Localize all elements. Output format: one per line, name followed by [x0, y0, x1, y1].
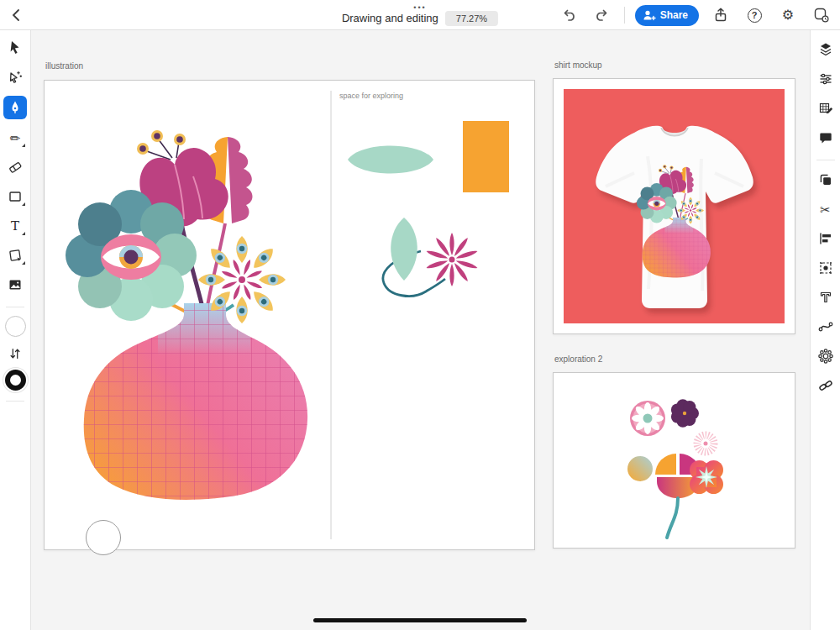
pencil-tool[interactable]: ✏ — [3, 127, 27, 149]
gear-icon: ⚙ — [782, 8, 794, 22]
layers-panel-button[interactable] — [814, 39, 837, 60]
gradient-circle-shape[interactable] — [627, 456, 653, 481]
share-button-label: Share — [660, 9, 688, 21]
cut-button[interactable]: ✂ — [814, 198, 837, 220]
invite-person-icon — [642, 8, 656, 22]
text-tool-icon: T — [11, 218, 19, 234]
place-image-tool[interactable] — [3, 274, 27, 296]
home-indicator[interactable] — [313, 618, 527, 622]
duplicate-button[interactable] — [814, 169, 837, 191]
mint-leaf-shape[interactable] — [391, 218, 417, 281]
select-object-icon — [817, 260, 834, 276]
touch-shortcut-icon — [812, 6, 831, 24]
document-canvas[interactable]: illustration space for exploring — [31, 30, 810, 630]
artboard-label-shirt-mockup[interactable]: shirt mockup — [554, 60, 602, 70]
curve-icon — [817, 318, 834, 335]
artboard-tool[interactable] — [3, 244, 27, 266]
purple-flower-shape[interactable] — [671, 399, 699, 428]
top-bar: ••• Drawing and editing 77.27% — [0, 0, 840, 30]
shape-tool[interactable] — [3, 186, 27, 207]
artboard-note: space for exploring — [339, 92, 403, 100]
duplicate-icon — [817, 171, 834, 188]
submenu-triangle — [22, 144, 25, 147]
mint-lens-shape[interactable] — [348, 146, 433, 174]
document-title: Drawing and editing — [342, 12, 438, 24]
type-panel-button[interactable] — [814, 286, 837, 308]
direct-select-icon — [7, 69, 24, 86]
rectangle-icon — [7, 188, 24, 205]
help-button[interactable]: ? — [743, 3, 766, 27]
eraser-tool[interactable] — [3, 156, 27, 178]
exploration-artwork[interactable] — [554, 373, 795, 548]
path-edit-button[interactable] — [814, 316, 837, 338]
effects-button[interactable] — [814, 345, 837, 367]
help-icon: ? — [748, 8, 762, 23]
submenu-triangle — [22, 202, 25, 206]
document-header: ••• Drawing and editing 77.27% — [342, 0, 498, 30]
artboard-exploration-2[interactable] — [553, 372, 795, 549]
starburst-shape[interactable] — [697, 435, 714, 452]
align-icon — [817, 230, 834, 247]
comment-icon — [817, 129, 834, 146]
effects-flower-icon — [817, 348, 834, 365]
type-outline-icon — [817, 289, 834, 306]
pen-icon — [7, 99, 24, 116]
star-flower-shape[interactable] — [426, 233, 478, 286]
export-button[interactable] — [709, 3, 732, 27]
pen-tool[interactable] — [3, 96, 27, 119]
document-menu-dots[interactable]: ••• — [413, 5, 426, 10]
top-bar-actions: Share ? ⚙ — [557, 0, 833, 30]
toolbar-divider — [6, 307, 24, 307]
toolbar-divider — [6, 401, 24, 402]
shirt-mockup-artwork[interactable] — [554, 79, 795, 333]
image-icon — [7, 276, 24, 293]
ellipse-object[interactable] — [86, 520, 121, 555]
select-tool[interactable] — [3, 37, 27, 59]
share-button[interactable]: Share — [635, 5, 699, 26]
link-button[interactable] — [814, 375, 837, 396]
star-blob-shape[interactable] — [690, 460, 723, 494]
orange-rect-shape[interactable] — [463, 121, 509, 192]
touch-shortcut-button[interactable] — [810, 3, 833, 27]
align-button[interactable] — [814, 228, 837, 249]
submenu-triangle — [22, 261, 25, 265]
properties-panel-button[interactable] — [814, 68, 837, 90]
sliders-icon — [817, 71, 834, 87]
artboard-shirt-mockup[interactable] — [553, 78, 795, 334]
link-icon — [817, 377, 834, 394]
layers-icon — [817, 41, 834, 58]
comments-button[interactable] — [814, 127, 837, 149]
select-object-button[interactable] — [814, 257, 837, 279]
grid-ruler-icon — [817, 100, 834, 117]
toolbar-divider — [816, 160, 835, 160]
grids-rulers-button[interactable] — [814, 97, 837, 119]
back-button[interactable] — [5, 3, 29, 27]
undo-icon — [560, 7, 577, 24]
swap-colors-button[interactable] — [3, 345, 27, 362]
artboard-label-illustration[interactable]: illustration — [45, 61, 83, 71]
swap-arrows-icon — [8, 346, 23, 361]
direct-select-tool[interactable] — [3, 66, 27, 88]
redo-icon — [594, 7, 611, 24]
citrus-flower-shape[interactable] — [630, 401, 665, 436]
illustration-artwork[interactable] — [45, 81, 534, 549]
settings-button[interactable]: ⚙ — [776, 3, 800, 27]
export-icon — [712, 7, 729, 24]
eraser-icon — [7, 159, 24, 176]
undo-button[interactable] — [557, 3, 580, 27]
submenu-triangle — [22, 232, 25, 235]
fill-color-well[interactable] — [5, 316, 26, 337]
artboard-label-exploration-2[interactable]: exploration 2 — [554, 354, 602, 364]
artboard-illustration[interactable]: space for exploring — [44, 80, 535, 550]
text-tool[interactable]: T — [3, 215, 27, 237]
select-arrow-icon — [7, 39, 24, 56]
scissors-icon: ✂ — [820, 203, 831, 216]
pencil-icon: ✏ — [10, 132, 21, 144]
right-toolbar: ✂ — [810, 30, 840, 630]
redo-button[interactable] — [591, 3, 614, 27]
toolbar-divider — [624, 7, 625, 24]
back-chevron-icon — [8, 7, 25, 24]
left-toolbar: ✏ T — [0, 30, 31, 630]
zoom-level-badge[interactable]: 77.27% — [445, 11, 498, 26]
stroke-color-well[interactable] — [5, 370, 26, 391]
